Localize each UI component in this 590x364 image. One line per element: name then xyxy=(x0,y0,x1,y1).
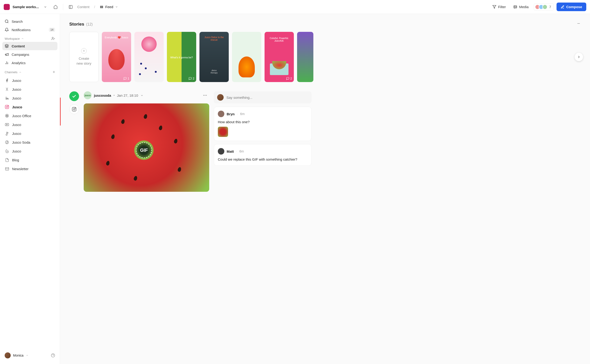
post-status-column xyxy=(69,91,79,114)
story-card[interactable]: Everybody ❤️ Jusco 1 xyxy=(102,32,131,82)
comment-body: How about this one? xyxy=(218,119,308,124)
sidebar: Search Notifications 14 Workspace Conten… xyxy=(0,14,60,364)
channel-pinterest[interactable]: Jusco Soda xyxy=(2,138,58,147)
post-media[interactable]: GIF xyxy=(84,104,209,192)
story-card[interactable] xyxy=(232,32,261,82)
media-button[interactable]: Media xyxy=(511,3,531,10)
svg-marker-22 xyxy=(7,124,8,125)
channel-instagram[interactable]: Jusco xyxy=(2,103,58,111)
sidebar-toggle-icon[interactable] xyxy=(67,3,74,11)
channel-facebook[interactable]: Jusco xyxy=(2,76,58,85)
status-approved-icon[interactable] xyxy=(69,91,79,101)
svg-line-8 xyxy=(7,22,8,23)
story-card[interactable] xyxy=(297,32,313,82)
youtube-icon xyxy=(5,122,9,127)
channel-linkedin[interactable]: Jusco xyxy=(2,94,58,103)
story-card[interactable]: Jusco Detox to the rescue detoxtherapy xyxy=(200,32,229,82)
workspace-name[interactable]: Sample works... xyxy=(13,5,39,9)
chevron-up-icon xyxy=(26,354,29,357)
gif-label: GIF xyxy=(136,142,152,158)
svg-marker-12 xyxy=(5,44,9,46)
google-icon: G xyxy=(5,113,9,118)
post: jusco juscosoda • Jan 27, 18:10 xyxy=(69,91,581,192)
search-icon xyxy=(5,19,9,24)
svg-point-30 xyxy=(75,108,76,108)
comment-time: 6m xyxy=(240,150,244,153)
story-card[interactable]: What's it gonna be? 2 xyxy=(167,32,196,82)
sidebar-user[interactable]: Monica xyxy=(2,350,58,361)
comment-time: 6m xyxy=(240,112,245,116)
svg-point-32 xyxy=(205,95,205,96)
channel-youtube[interactable]: Jusco xyxy=(2,120,58,129)
chevron-down-icon xyxy=(115,5,118,8)
chevron-up-icon xyxy=(21,37,24,40)
channel-blog[interactable]: Blog xyxy=(2,156,58,164)
channel-google[interactable]: G Jusco Office xyxy=(2,111,58,120)
comment-avatar xyxy=(218,148,224,155)
threads-icon xyxy=(5,149,9,153)
avatar xyxy=(542,4,547,10)
member-count: 7 xyxy=(549,5,551,9)
comment-textfield[interactable] xyxy=(227,96,308,99)
sidebar-item-analytics[interactable]: Analytics xyxy=(2,58,58,67)
comment-author[interactable]: Bryn xyxy=(227,112,234,116)
tiktok-icon xyxy=(5,131,9,136)
x-icon xyxy=(5,87,9,91)
comment-body: Could we replace this GIF with something… xyxy=(218,157,308,162)
stories-title: Stories xyxy=(69,22,84,27)
channel-newsletter[interactable]: Newsletter xyxy=(2,164,58,173)
feed-icon xyxy=(100,5,104,9)
post-author-avatar[interactable]: jusco xyxy=(84,91,91,99)
workspace-badge[interactable] xyxy=(4,4,10,10)
post-author[interactable]: juscosoda xyxy=(94,93,111,98)
breadcrumb-parent[interactable]: Content xyxy=(77,5,90,9)
channels-section-header[interactable]: Channels + xyxy=(2,67,58,76)
comment-input[interactable] xyxy=(214,91,311,104)
search-item[interactable]: Search xyxy=(2,17,58,26)
help-icon[interactable] xyxy=(51,353,55,358)
add-member-icon[interactable] xyxy=(51,37,55,40)
chart-icon xyxy=(5,61,9,65)
notifications-item[interactable]: Notifications 14 xyxy=(2,26,58,34)
bell-icon xyxy=(5,28,9,32)
comment-badge: 1 xyxy=(123,77,129,80)
svg-rect-3 xyxy=(100,7,103,8)
channel-x[interactable]: Jusco xyxy=(2,85,58,94)
plus-icon: + xyxy=(81,48,87,54)
sidebar-item-content[interactable]: Content xyxy=(2,42,58,50)
stories-next-button[interactable] xyxy=(575,53,583,61)
workspace-section-header[interactable]: Workspace xyxy=(2,34,58,42)
comment-author[interactable]: Matt xyxy=(227,150,234,153)
sidebar-item-campaigns[interactable]: Campaigns xyxy=(2,50,58,58)
collapse-stories-icon[interactable] xyxy=(577,21,581,26)
member-avatars[interactable]: 7 xyxy=(534,3,554,11)
filter-icon xyxy=(492,5,496,9)
mail-icon xyxy=(5,166,9,171)
current-user-avatar xyxy=(217,94,224,101)
comment-attachment[interactable] xyxy=(218,127,228,137)
breadcrumb-current[interactable]: Feed xyxy=(100,5,118,9)
post-menu-icon[interactable] xyxy=(201,92,209,98)
story-card[interactable]: Colorful. Powerful. Juscofull. 2 xyxy=(265,32,294,82)
home-icon[interactable] xyxy=(52,3,59,11)
svg-text:G: G xyxy=(6,115,8,117)
filter-button[interactable]: Filter xyxy=(490,3,508,10)
add-channel-icon[interactable]: + xyxy=(52,70,55,75)
doc-icon xyxy=(5,158,9,162)
comment-badge: 2 xyxy=(188,77,194,80)
workspace-chevron-icon[interactable] xyxy=(42,3,49,11)
create-story-card[interactable]: + Create new story xyxy=(69,32,98,82)
channel-tiktok[interactable]: Jusco xyxy=(2,129,58,138)
comment-badge: 2 xyxy=(286,77,292,80)
svg-rect-2 xyxy=(100,6,103,7)
post-date[interactable]: Jan 27, 18:10 xyxy=(117,93,138,98)
svg-point-9 xyxy=(52,37,53,38)
story-card[interactable] xyxy=(134,32,164,82)
layers-icon xyxy=(5,44,9,48)
platform-instagram-icon[interactable] xyxy=(69,104,79,114)
channel-threads[interactable]: Jusco xyxy=(2,147,58,156)
chevron-down-icon[interactable] xyxy=(140,94,143,97)
user-avatar xyxy=(5,352,11,358)
linkedin-icon xyxy=(5,96,9,100)
compose-button[interactable]: Compose xyxy=(557,3,586,11)
